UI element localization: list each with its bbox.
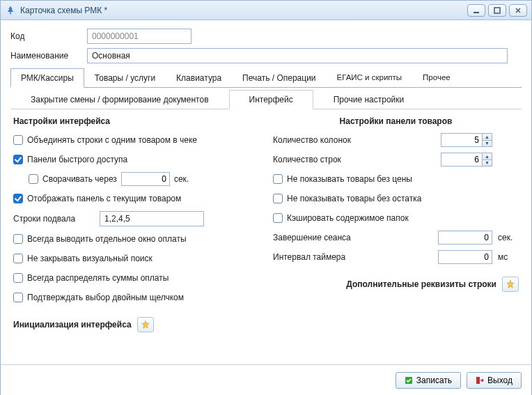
tab-other-settings[interactable]: Прочие настройки (313, 90, 424, 109)
svg-rect-1 (494, 8, 500, 13)
input-cols[interactable] (441, 134, 482, 146)
code-label: Код (10, 31, 87, 41)
lbl-show-current: Отображать панель с текущим товаром (27, 194, 181, 203)
cols-spin-up[interactable]: ▲ (483, 134, 492, 141)
lbl-session-end: Завершение сеанса (273, 233, 432, 242)
name-input[interactable] (87, 48, 508, 63)
lbl-keep-visual-search: Не закрывать визуальный поиск (27, 254, 152, 263)
lbl-footer-rows: Строки подвала (13, 214, 95, 224)
lbl-hide-no-stock: Не показывать товары без остатка (287, 194, 421, 203)
save-button[interactable]: Записать (396, 372, 461, 389)
lbl-cols: Количество колонок (273, 135, 435, 145)
lbl-confirm-dblclick: Подтверждать выбор двойным щелчком (27, 293, 184, 302)
tabs-primary: РМК/Кассиры Товары / услуги Клавиатура П… (10, 68, 522, 88)
chk-always-pay-window[interactable] (13, 234, 23, 244)
code-input[interactable] (87, 29, 191, 44)
chk-confirm-dblclick[interactable] (13, 293, 23, 302)
lbl-init-interface: Инициализация интерфейса (13, 320, 132, 330)
exit-icon (476, 376, 484, 385)
tabs-secondary: Закрытие смены / формирование документов… (10, 89, 522, 109)
unit-sec-1: сек. (174, 174, 189, 184)
lbl-hide-no-price: Не показывать товары без цены (287, 174, 412, 184)
unit-sec-2: сек. (498, 233, 519, 242)
lbl-quick-panels: Панели быстрого доступа (27, 155, 127, 164)
chk-keep-visual-search[interactable] (13, 254, 23, 263)
maximize-button[interactable] (488, 4, 506, 17)
exit-button[interactable]: Выход (467, 372, 522, 389)
lbl-rows: Количество строк (273, 155, 435, 164)
btn-init-interface[interactable] (137, 317, 154, 332)
right-section-title: Настройки панели товаров (273, 116, 519, 126)
minimize-button[interactable] (467, 4, 485, 17)
svg-rect-3 (476, 377, 480, 384)
tab-rmk-cashiers[interactable]: РМК/Кассиры (10, 68, 84, 88)
tab-print-operations[interactable]: Печать / Операции (232, 68, 326, 88)
tab-other[interactable]: Прочее (412, 68, 461, 88)
unit-ms: мс (498, 252, 519, 262)
chk-merge-lines[interactable] (13, 135, 23, 145)
lbl-always-pay-window: Всегда выводить отдельное окно оплаты (27, 234, 187, 244)
name-label: Наименование (10, 51, 87, 61)
input-collapse-seconds[interactable] (121, 172, 170, 186)
lbl-merge-lines: Объединять строки с одним товаром в чеке (27, 135, 197, 145)
save-label: Записать (416, 375, 452, 385)
star-icon (141, 320, 150, 330)
lbl-extra-attrs: Дополнительные реквизиты строки (346, 279, 496, 289)
rows-spin-down[interactable]: ▼ (483, 160, 492, 166)
titlebar: Карточка схемы РМК * (1, 1, 531, 20)
tab-goods-services[interactable]: Товары / услуги (84, 68, 166, 88)
lbl-collapse-after: Сворачивать через (42, 174, 117, 184)
rows-spin-up[interactable]: ▲ (483, 153, 492, 160)
chk-show-current[interactable] (13, 194, 23, 203)
input-session-end[interactable] (438, 231, 492, 245)
chk-hide-no-stock[interactable] (273, 194, 283, 203)
chk-collapse-after[interactable] (29, 174, 38, 184)
input-footer-rows[interactable] (100, 211, 204, 226)
input-rows[interactable] (441, 153, 482, 166)
lbl-always-distribute: Всегда распределять суммы оплаты (27, 273, 169, 283)
chk-hide-no-price[interactable] (273, 174, 283, 184)
lbl-timer-interval: Интервал таймера (273, 252, 432, 262)
left-section-title: Настройки интерфейса (13, 116, 259, 126)
svg-rect-0 (474, 12, 479, 13)
chk-quick-panels[interactable] (13, 155, 23, 164)
lbl-cache-folders: Кэшировать содержимое папок (287, 213, 409, 223)
tab-egais-scripts[interactable]: ЕГАИС и скрипты (327, 68, 413, 88)
chk-cache-folders[interactable] (273, 213, 283, 223)
star-icon (506, 279, 515, 289)
input-timer-interval[interactable] (438, 250, 492, 264)
exit-label: Выход (487, 375, 513, 385)
chk-always-distribute[interactable] (13, 273, 23, 283)
cols-spin-down[interactable]: ▼ (483, 141, 492, 147)
btn-extra-attrs[interactable] (502, 277, 519, 292)
tab-keyboard[interactable]: Клавиатура (166, 68, 232, 88)
tab-shift-close[interactable]: Закрытие смены / формирование документов (10, 90, 229, 109)
tab-interface[interactable]: Интерфейс (229, 90, 313, 109)
close-button[interactable] (509, 4, 527, 17)
window-title: Карточка схемы РМК * (20, 6, 467, 15)
app-icon (5, 5, 16, 16)
save-icon (405, 376, 413, 385)
